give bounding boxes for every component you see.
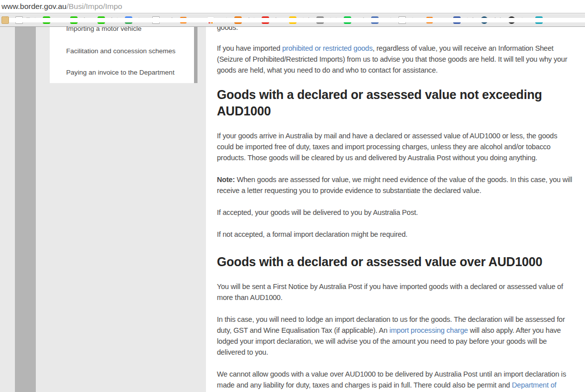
bookmark-favicon-icon (43, 16, 50, 24)
bookmark-label: 드라 (217, 16, 228, 24)
prohibited-restricted-goods-link[interactable]: prohibited or restricted goods (282, 44, 373, 52)
intro-text-pre: If you have imported (217, 44, 282, 52)
intro-paragraph: If you have imported prohibited or restr… (217, 43, 573, 76)
url-bar[interactable]: www.border.gov.au/Busi/Impo/Impo (0, 0, 585, 13)
heading-value-not-exceeding-aud1000: Goods with a declared or assessed value … (217, 87, 573, 119)
paragraph-first-notice: You will be sent a First Notice by Austr… (217, 281, 573, 303)
left-gray-scrollbar[interactable] (15, 27, 36, 392)
note-paragraph: Note: When goods are assessed for value,… (217, 174, 573, 196)
bookmark-favicon-icon (70, 16, 78, 24)
bookmark-label: 헌돈 (53, 16, 64, 24)
bookmark-favicon-icon (426, 16, 433, 24)
bookmark-item[interactable]: 도착 (180, 16, 200, 24)
bookmark-favicon-icon (453, 16, 461, 24)
sidebar-item-importing-motor-vehicle[interactable]: Importing a motor vehicle (66, 25, 142, 32)
bookmark-favicon-icon (125, 16, 132, 24)
sidebar-item-facilitation-concession[interactable]: Facilitation and concession schemes (66, 47, 176, 55)
bookmark-favicon-icon (289, 16, 296, 24)
bookmark-item[interactable]: 요오 (426, 16, 447, 24)
bookmark-item[interactable]: 드브 (535, 16, 556, 24)
bookmark-favicon-icon (344, 16, 351, 24)
bookmark-label: 서일 (107, 16, 118, 24)
bookmark-item[interactable]: 자필 (398, 16, 419, 24)
bookmark-label: 애니 (490, 16, 501, 24)
note-label: Note: (217, 176, 235, 184)
bookmark-favicon-icon (371, 16, 379, 24)
bookmark-item[interactable]: 드라 (207, 16, 228, 24)
sidebar-nav: Importing a motor vehicle Facilitation a… (50, 27, 194, 83)
bookmark-item[interactable]: 단어 (289, 16, 310, 24)
bookmark-label: 방영 (326, 16, 337, 24)
bookmark-item[interactable]: 인터 (453, 16, 474, 24)
paragraph-lodge-declaration: In this case, you will need to lodge an … (217, 314, 573, 358)
bookmark-label: 자필 (408, 16, 419, 24)
bookmark-favicon-icon (15, 16, 23, 24)
bookmark-label: 버스 (272, 16, 283, 24)
page-viewport: Importing a motor vehicle Facilitation a… (0, 27, 585, 392)
bookmark-item[interactable]: 통타 (15, 16, 36, 24)
bookmark-label: 기득 (80, 16, 91, 24)
url-path: /Busi/Impo/Impo (67, 2, 122, 11)
bookmark-label: 슬라 (381, 16, 392, 24)
bookmark-favicon-icon (262, 16, 269, 24)
bookmark-favicon-icon (398, 16, 406, 24)
paragraph-cannot-allow: We cannot allow goods with a value over … (217, 369, 573, 392)
bookmark-favicon-icon (98, 16, 105, 24)
bookmark-item[interactable]: 방방영 (316, 16, 337, 24)
article-content: goods. If you have imported prohibited o… (206, 27, 585, 392)
bookmark-item[interactable]: 버스 (262, 16, 283, 24)
bookmark-item[interactable]: 스니 (344, 16, 365, 24)
bookmark-label: 요오 (436, 16, 447, 24)
bookmark-label: 다요 (135, 16, 146, 24)
paragraph-if-accepted: If accepted, your goods will be delivere… (217, 207, 573, 218)
bookmark-favicon-icon (481, 16, 488, 24)
bookmark-favicon-icon (535, 16, 543, 24)
import-processing-charge-link[interactable]: import processing charge (390, 326, 468, 334)
bookmark-item[interactable] (1, 16, 9, 24)
bookmark-label: 드브 (545, 16, 556, 24)
bookmark-item[interactable]: 기득 (70, 16, 91, 24)
bookmark-item[interactable]: 슬라 (371, 16, 392, 24)
bookmark-label: 네걸 (244, 16, 255, 24)
bookmark-favicon-icon: 82 (234, 16, 242, 24)
bookmark-item[interactable]: 82네걸 (234, 16, 255, 24)
bookmark-item[interactable]: 문서 (152, 16, 173, 24)
bookmark-favicon-icon: 방 (316, 16, 324, 24)
bookmark-item[interactable]: 서일 (98, 16, 118, 24)
bookmark-favicon-icon (152, 16, 160, 24)
bookmark-label: 문서 (162, 16, 173, 24)
bookmark-favicon-icon (508, 16, 515, 24)
bookmark-label: 도착 (190, 16, 200, 24)
bookmark-favicon-icon (180, 16, 187, 24)
bookmark-favicon-icon (207, 16, 214, 24)
bookmark-favicon-icon (1, 16, 9, 24)
bookmark-label: 단어 (299, 16, 310, 24)
sidebar-item-paying-invoice[interactable]: Paying an invoice to the Department (66, 69, 175, 76)
bookmark-label: 스니 (354, 16, 365, 24)
bookmark-label: 통타 (25, 16, 36, 24)
paragraph-goods-by-mail: If your goods arrive in Australia by mai… (217, 130, 573, 163)
bookmark-label: 인텔 (518, 16, 529, 24)
bookmark-item[interactable]: 애니 (481, 16, 501, 24)
paragraph-if-not-accepted: If not accepted, a formal import declara… (217, 229, 573, 240)
url-domain: www.border.gov.au (1, 2, 67, 11)
note-text: When goods are assessed for value, we mi… (217, 176, 572, 195)
clipped-paragraph-end: goods. (217, 27, 573, 33)
bookmark-item[interactable]: 인텔 (508, 16, 529, 24)
heading-value-over-aud1000: Goods with a declared or assessed value … (217, 254, 573, 270)
sidebar-scrollbar[interactable] (194, 27, 197, 83)
bookmark-item[interactable]: 다요 (125, 16, 146, 24)
bookmark-item[interactable]: 헌돈 (43, 16, 64, 24)
bookmark-label: 인터 (463, 16, 474, 24)
